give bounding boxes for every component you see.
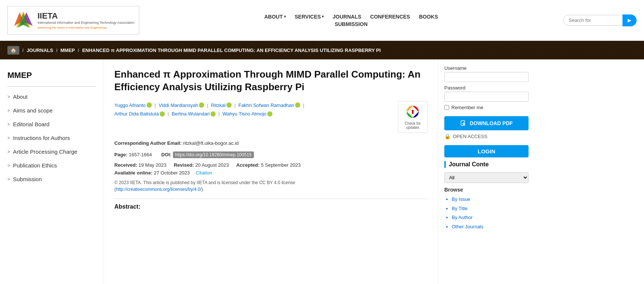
corresponding-label: Corresponding Author Email: <box>114 140 182 146</box>
available-label: Available online: <box>114 170 153 176</box>
nav-conferences[interactable]: CONFERENCES <box>370 14 410 20</box>
sidebar-item-submission[interactable]: > Submission <box>0 172 104 186</box>
breadcrumb-article-title: ENHANCED π APPROXIMATION THROUGH MIMD PA… <box>82 48 380 53</box>
breadcrumb-sep-2: / <box>56 48 58 53</box>
nav-journals[interactable]: JOURNALS <box>333 14 361 20</box>
sidebar-label-ethics: Publication Ethics <box>13 162 57 169</box>
login-form: Username Password Remember me <box>444 65 529 110</box>
logo-acronym: IIETA <box>37 11 134 21</box>
authors-text: Yuggo Afrianto | Viddi Mardiansyah | Rit… <box>114 101 393 118</box>
browse-by-title[interactable]: By Title <box>452 204 529 213</box>
breadcrumb-home-icon[interactable]: 🏠 <box>7 46 19 55</box>
sidebar-item-ethics[interactable]: > Publication Ethics <box>0 159 104 172</box>
sidebar-title: MMEP <box>0 67 104 86</box>
license-link[interactable]: http://creativecommons.org/licenses/by/4… <box>116 187 202 192</box>
doi-link[interactable]: https://doi.org/10.18280/mmep.100515 <box>173 151 254 158</box>
accepted-block: Accepted: 5 September 2023 <box>236 162 300 168</box>
corresponding-email: ritzkal@ft.uika-bogor.ac.id <box>183 140 239 146</box>
doi-label: DOI: <box>161 152 171 157</box>
browse-by-issue[interactable]: By Issue <box>452 195 529 204</box>
sidebar-item-instructions[interactable]: > Instructions for Authors <box>0 131 104 145</box>
check-updates-label: Check for updates <box>405 121 421 130</box>
sidebar-item-apc[interactable]: > Article Processing Charge <box>0 145 104 159</box>
sep-3: | <box>234 102 237 108</box>
article-divider <box>114 199 428 199</box>
orcid-icon-1 <box>147 102 152 108</box>
username-row: Username <box>444 65 529 82</box>
abstract-label: Abstract: <box>114 203 428 210</box>
sidebar-label-aims: Aims and scope <box>13 107 53 114</box>
authors-block: Yuggo Afrianto | Viddi Mardiansyah | Rit… <box>114 101 428 133</box>
breadcrumb-sep-3: / <box>78 48 79 53</box>
breadcrumb-journals[interactable]: JOURNALS <box>27 48 53 53</box>
nav-books[interactable]: BOOKS <box>419 14 438 20</box>
remember-row: Remember me <box>444 105 529 110</box>
search-area: ▶ <box>563 14 637 26</box>
author-6[interactable]: Berlina Wulandari <box>172 111 210 117</box>
username-input[interactable] <box>444 72 529 82</box>
nav-about[interactable]: ABOUT <box>264 14 286 20</box>
search-button[interactable]: ▶ <box>622 14 637 26</box>
sidebar-arrow-aims: > <box>7 108 10 113</box>
password-label: Password <box>444 85 529 91</box>
citation-link[interactable]: Citation <box>196 170 212 176</box>
received-value: 19 May 2023 <box>138 162 166 168</box>
sep-6: | <box>219 111 221 117</box>
sidebar-label-about: About <box>13 94 27 100</box>
remember-checkbox[interactable] <box>444 105 449 110</box>
author-5[interactable]: Arthur Dida Batistuta <box>114 111 159 117</box>
open-access-icon: 🔒 <box>444 133 451 139</box>
open-access-badge: 🔒 OPEN ACCESS <box>444 133 529 139</box>
password-input[interactable] <box>444 92 529 102</box>
check-updates-box[interactable]: Check for updates <box>398 101 428 133</box>
orcid-icon-3 <box>226 102 232 108</box>
orcid-icon-4 <box>295 102 300 108</box>
download-icon <box>460 120 467 127</box>
author-7[interactable]: Wahyu Tisno Atmojo <box>223 111 267 117</box>
author-1[interactable]: Yuggo Afrianto <box>114 102 146 108</box>
accepted-value: 5 September 2023 <box>261 162 301 168</box>
logo-icon <box>12 9 35 32</box>
browse-label: Browse <box>444 187 529 193</box>
available-block: Available online: 27 October 2023 Citati… <box>114 170 428 176</box>
right-panel: Username Password Remember me DOWNLOAD P… <box>438 59 535 284</box>
logo-tagline: Advancing the World of Information and E… <box>37 26 134 29</box>
sidebar-label-submission: Submission <box>13 176 42 182</box>
download-pdf-button[interactable]: DOWNLOAD PDF <box>444 116 529 130</box>
open-access-label: OPEN ACCESS <box>453 134 487 139</box>
author-3[interactable]: Ritzkal <box>211 102 226 108</box>
orcid-icon-6 <box>210 111 216 117</box>
revised-block: Revised: 20 August 2023 <box>174 162 229 168</box>
check-updates-icon <box>405 104 420 119</box>
sep-5: | <box>168 111 170 117</box>
article-title: Enhanced π Approximation Through MIMD Pa… <box>114 68 428 94</box>
license-text: © 2023 IIETA. This article is published … <box>114 179 428 193</box>
author-4[interactable]: Fakhri Sofwan Ramadhan <box>238 102 294 108</box>
sidebar-item-about[interactable]: > About <box>0 90 104 104</box>
journal-select[interactable]: All <box>444 172 529 183</box>
received-label: Received: <box>114 162 137 168</box>
search-input[interactable] <box>563 15 630 26</box>
browse-other-journals[interactable]: Other Journals <box>452 222 529 232</box>
sep-2: | <box>207 102 210 108</box>
browse-by-author[interactable]: By Author <box>452 213 529 222</box>
author-2[interactable]: Viddi Mardiansyah <box>158 102 198 108</box>
login-button[interactable]: LOGIN <box>444 145 529 157</box>
page-label: Page: <box>114 152 127 157</box>
breadcrumb-mmep[interactable]: MMEP <box>61 48 75 53</box>
sep-1: | <box>154 102 157 108</box>
main-nav: ABOUT SERVICES JOURNALS CONFERENCES BOOK… <box>139 14 563 27</box>
sidebar-arrow-editorial: > <box>7 122 10 127</box>
orcid-icon-7 <box>267 111 272 117</box>
nav-submission[interactable]: SUBMISSION <box>335 21 368 27</box>
main-layout: MMEP > About > Aims and scope > Editoria… <box>0 59 644 284</box>
logo-text: IIETA International Information and Engi… <box>37 11 134 29</box>
corresponding-author-block: Corresponding Author Email: ritzkal@ft.u… <box>114 139 428 147</box>
username-label: Username <box>444 65 529 71</box>
orcid-icon-2 <box>199 102 204 108</box>
nav-services[interactable]: SERVICES <box>295 14 324 20</box>
available-value: 27 October 2023 <box>154 170 190 176</box>
sidebar-item-aims[interactable]: > Aims and scope <box>0 104 104 117</box>
page-value: 1657-1664 <box>129 152 152 157</box>
sidebar-item-editorial[interactable]: > Editorial Board <box>0 117 104 131</box>
